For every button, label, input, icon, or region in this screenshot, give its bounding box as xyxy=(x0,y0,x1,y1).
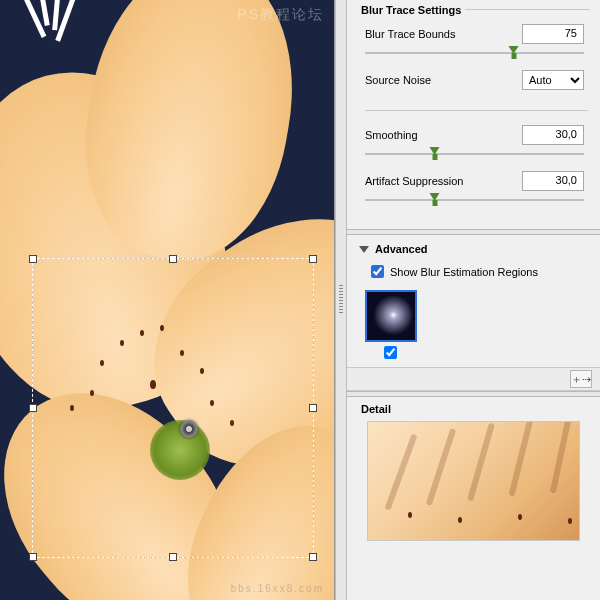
advanced-section-header[interactable]: Advanced xyxy=(347,235,600,261)
blur-trace-settings-heading: Blur Trace Settings xyxy=(357,4,465,16)
disclosure-triangle-icon xyxy=(359,246,369,253)
resize-handle-bm[interactable] xyxy=(169,553,177,561)
blur-trace-pin[interactable] xyxy=(180,420,198,438)
smoothing-label: Smoothing xyxy=(365,129,522,141)
resize-handle-br[interactable] xyxy=(309,553,317,561)
blur-estimation-region[interactable] xyxy=(32,258,314,558)
artifact-suppression-value[interactable]: 30,0 xyxy=(522,171,584,191)
slider-thumb[interactable] xyxy=(508,46,519,60)
source-noise-select[interactable]: Auto xyxy=(522,70,584,90)
artifact-suppression-slider[interactable] xyxy=(365,193,584,207)
artifact-suppression-label: Artifact Suppression xyxy=(365,175,522,187)
image-canvas[interactable]: PS教程论坛 bbs.16xx8.com xyxy=(0,0,335,600)
slider-thumb[interactable] xyxy=(430,147,441,161)
blur-trace-enable-checkbox[interactable] xyxy=(384,346,397,359)
resize-handle-tl[interactable] xyxy=(29,255,37,263)
resize-handle-tm[interactable] xyxy=(169,255,177,263)
advanced-heading: Advanced xyxy=(375,243,428,255)
blur-trace-bounds-value[interactable]: 75 xyxy=(522,24,584,44)
resize-handle-mr[interactable] xyxy=(309,404,317,412)
show-blur-regions-label: Show Blur Estimation Regions xyxy=(390,266,538,278)
detail-heading: Detail xyxy=(357,403,395,415)
smoothing-value[interactable]: 30,0 xyxy=(522,125,584,145)
source-noise-label: Source Noise xyxy=(365,74,522,86)
watermark-bottom: bbs.16xx8.com xyxy=(231,583,324,594)
smoothing-slider[interactable] xyxy=(365,147,584,161)
watermark-top: PS教程论坛 xyxy=(237,6,324,24)
resize-handle-ml[interactable] xyxy=(29,404,37,412)
show-blur-regions-checkbox[interactable] xyxy=(371,265,384,278)
blur-trace-bounds-label: Blur Trace Bounds xyxy=(365,28,522,40)
add-region-button[interactable]: ＋⇢ xyxy=(570,370,592,388)
resize-handle-bl[interactable] xyxy=(29,553,37,561)
grip-icon xyxy=(339,285,343,315)
blur-trace-bounds-slider[interactable] xyxy=(365,46,584,60)
add-region-icon: ＋⇢ xyxy=(571,372,591,387)
blur-trace-thumbnail[interactable] xyxy=(365,290,417,342)
slider-thumb[interactable] xyxy=(430,193,441,207)
pane-splitter[interactable] xyxy=(335,0,347,600)
resize-handle-tr[interactable] xyxy=(309,255,317,263)
detail-preview[interactable] xyxy=(367,421,580,541)
settings-panel: Blur Trace Settings Blur Trace Bounds 75… xyxy=(347,0,600,600)
